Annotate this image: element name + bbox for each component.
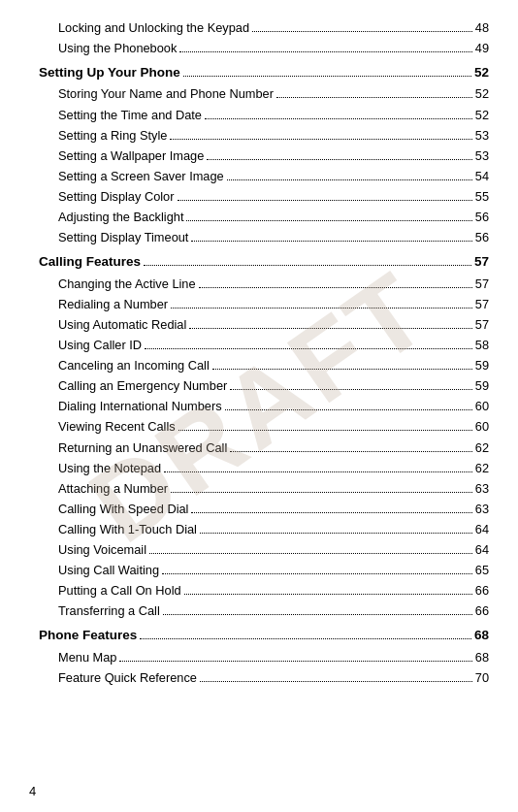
toc-dots xyxy=(212,369,472,370)
toc-dots xyxy=(189,328,471,329)
toc-page-number: 52 xyxy=(474,62,489,83)
toc-page-number: 59 xyxy=(475,375,489,396)
toc-sub-entry: Using Voicemail64 xyxy=(39,539,489,560)
toc-entry-label: Using the Phonebook xyxy=(58,38,177,58)
toc-dots xyxy=(178,430,472,431)
toc-page-number: 66 xyxy=(475,580,489,601)
toc-sub-entry: Using the Phonebook49 xyxy=(39,38,489,58)
toc-sub-entry: Calling an Emergency Number59 xyxy=(39,375,489,396)
toc-dots xyxy=(186,220,471,221)
toc-entry-label: Setting a Wallpaper Image xyxy=(58,146,204,166)
toc-entry-label: Redialing a Number xyxy=(58,294,168,314)
toc-sub-entry: Transferring a Call66 xyxy=(39,601,489,621)
toc-dots xyxy=(171,492,472,493)
toc-page-number: 68 xyxy=(475,647,489,667)
toc-dots xyxy=(183,76,471,77)
toc-entry-label: Calling With 1-Touch Dial xyxy=(58,519,197,539)
toc-sub-entry: Setting a Screen Saver Image54 xyxy=(39,166,489,186)
toc-page-number: 57 xyxy=(475,314,489,335)
toc-sub-entry: Setting the Time and Date52 xyxy=(39,105,489,125)
toc-list: Locking and Unlocking the Keypad48Using … xyxy=(39,17,489,688)
toc-entry-label: Setting Up Your Phone xyxy=(39,62,180,83)
toc-sub-entry: Setting a Wallpaper Image53 xyxy=(39,146,489,166)
toc-entry-label: Using Automatic Redial xyxy=(58,314,186,335)
toc-entry-label: Using Caller ID xyxy=(58,335,142,355)
toc-section-header: Phone Features68 xyxy=(39,625,489,646)
toc-page-number: 60 xyxy=(475,416,489,437)
toc-page-number: 68 xyxy=(474,625,489,646)
toc-page-number: 52 xyxy=(475,105,489,125)
toc-entry-label: Setting Display Timeout xyxy=(58,227,188,247)
toc-dots xyxy=(225,409,472,410)
toc-page-number: 66 xyxy=(475,601,489,621)
toc-entry-label: Dialing International Numbers xyxy=(58,396,222,416)
toc-page-number: 63 xyxy=(475,499,489,519)
toc-entry-label: Transferring a Call xyxy=(58,601,160,621)
toc-page-number: 65 xyxy=(475,560,489,580)
toc-entry-label: Putting a Call On Hold xyxy=(58,580,181,601)
toc-page-number: 52 xyxy=(475,83,489,104)
toc-entry-label: Canceling an Incoming Call xyxy=(58,355,210,375)
toc-entry-label: Menu Map xyxy=(58,647,116,667)
toc-sub-entry: Using Automatic Redial57 xyxy=(39,314,489,335)
toc-dots xyxy=(178,200,472,201)
toc-dots xyxy=(164,471,472,472)
toc-sub-entry: Adjusting the Backlight56 xyxy=(39,207,489,227)
toc-page-number: 70 xyxy=(475,667,489,688)
toc-dots xyxy=(276,97,472,98)
toc-page-number: 64 xyxy=(475,519,489,539)
toc-page-number: 64 xyxy=(475,539,489,560)
toc-dots xyxy=(171,308,472,309)
toc-dots xyxy=(191,241,471,242)
toc-sub-entry: Using the Notepad62 xyxy=(39,458,489,478)
toc-page-number: 62 xyxy=(475,458,489,478)
page-container: DRAFT Locking and Unlocking the Keypad48… xyxy=(0,0,518,812)
toc-sub-entry: Calling With 1-Touch Dial64 xyxy=(39,519,489,539)
toc-dots xyxy=(145,348,472,349)
toc-page-number: 57 xyxy=(475,274,489,294)
toc-sub-entry: Dialing International Numbers60 xyxy=(39,396,489,416)
toc-dots xyxy=(170,139,471,140)
toc-sub-entry: Attaching a Number63 xyxy=(39,478,489,499)
toc-sub-entry: Returning an Unanswered Call62 xyxy=(39,438,489,458)
toc-page-number: 58 xyxy=(475,335,489,355)
toc-dots xyxy=(163,614,472,615)
toc-entry-label: Attaching a Number xyxy=(58,478,168,499)
toc-entry-label: Using the Notepad xyxy=(58,458,161,478)
toc-dots xyxy=(227,179,472,180)
toc-page-number: 63 xyxy=(475,478,489,499)
toc-section-header: Calling Features57 xyxy=(39,251,489,273)
toc-dots xyxy=(200,533,472,534)
toc-page-number: 62 xyxy=(475,438,489,458)
toc-entry-label: Setting a Screen Saver Image xyxy=(58,166,224,186)
toc-page-number: 49 xyxy=(475,38,489,58)
toc-entry-label: Calling Features xyxy=(39,251,141,273)
toc-dots xyxy=(191,512,471,513)
toc-dots xyxy=(184,594,472,595)
toc-entry-label: Viewing Recent Calls xyxy=(58,416,176,437)
toc-entry-label: Changing the Active Line xyxy=(58,274,196,294)
toc-dots xyxy=(140,638,471,639)
toc-entry-label: Feature Quick Reference xyxy=(58,667,197,688)
toc-entry-label: Using Voicemail xyxy=(58,539,146,560)
toc-page-number: 56 xyxy=(475,207,489,227)
toc-entry-label: Setting Display Color xyxy=(58,186,175,207)
toc-entry-label: Phone Features xyxy=(39,625,137,646)
toc-dots xyxy=(179,51,471,52)
toc-entry-label: Storing Your Name and Phone Number xyxy=(58,83,274,104)
toc-dots xyxy=(149,553,472,554)
toc-entry-label: Calling an Emergency Number xyxy=(58,375,227,396)
toc-sub-entry: Changing the Active Line57 xyxy=(39,274,489,294)
toc-sub-entry: Viewing Recent Calls60 xyxy=(39,416,489,437)
toc-section-header: Setting Up Your Phone52 xyxy=(39,62,489,83)
toc-page-number: 57 xyxy=(475,294,489,314)
page-number: 4 xyxy=(29,784,36,798)
toc-sub-entry: Storing Your Name and Phone Number52 xyxy=(39,83,489,104)
toc-sub-entry: Putting a Call On Hold66 xyxy=(39,580,489,601)
toc-entry-label: Setting the Time and Date xyxy=(58,105,202,125)
toc-dots xyxy=(200,681,472,682)
toc-sub-entry: Redialing a Number57 xyxy=(39,294,489,314)
toc-entry-label: Setting a Ring Style xyxy=(58,125,167,146)
toc-sub-entry: Setting Display Color55 xyxy=(39,186,489,207)
toc-sub-entry: Setting Display Timeout56 xyxy=(39,227,489,247)
